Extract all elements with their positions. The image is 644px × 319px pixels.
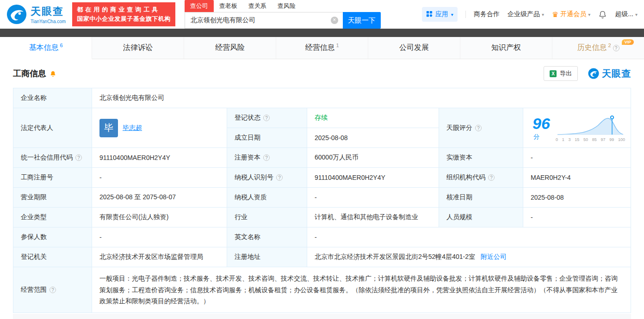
company-name-value: 北京领创光电有限公司: [92, 88, 631, 108]
taxpayer-quality-value: -: [307, 188, 439, 208]
score-cell: 96分 01 315: [523, 108, 631, 148]
menu-open-vip[interactable]: 开通会员: [552, 10, 590, 19]
help-icon[interactable]: [488, 174, 495, 181]
reg-authority-value: 北京经济技术开发区市场监督管理局: [92, 247, 227, 267]
table-row: 企业类型 有限责任公司(法人独资) 行业 计算机、通信和其他电子设备制造业 人员…: [13, 208, 631, 227]
notification-bell[interactable]: [598, 10, 607, 19]
score-value: 96分: [533, 115, 556, 141]
field-label: 注册地址: [227, 247, 307, 267]
tab-operation-info[interactable]: 经营信息 1: [276, 37, 368, 59]
apps-menu[interactable]: 应用: [422, 7, 458, 22]
search-tab-boss[interactable]: 查老板: [214, 0, 243, 12]
search-tab-risk[interactable]: 查风险: [272, 0, 301, 12]
help-icon[interactable]: [613, 45, 619, 51]
top-menu: 应用 商务合作 企业级产品 开通会员 超级...: [422, 7, 638, 22]
menu-enterprise-products[interactable]: 企业级产品: [508, 10, 544, 18]
table-row: 登记机关 北京经济技术开发区市场监督管理局 注册地址 北京市北京经济技术开发区景…: [13, 247, 631, 267]
bell-icon: [598, 10, 607, 19]
chevron-down-icon: [451, 12, 453, 17]
slogan-line2: 国家中小企业发展子基金旗下机构: [77, 14, 171, 24]
field-label: 统一社会信用代码: [13, 148, 92, 168]
legal-rep-link[interactable]: 毕志超: [123, 124, 142, 132]
score-chart: 01 315 5085 9799 100: [556, 114, 625, 142]
table-row: 经营范围 一般项目：光电子器件制造；技术服务、技术开发、技术咨询、技术交流、技术…: [13, 267, 631, 313]
tab-history-info[interactable]: VIP 历史信息 2: [552, 37, 644, 59]
tab-company-development[interactable]: 公司发展: [368, 37, 460, 59]
help-icon[interactable]: [263, 115, 270, 121]
section-title: 工商信息: [13, 68, 46, 79]
tab-intellectual-property[interactable]: 知识产权: [460, 37, 552, 59]
watermark-brand: 天眼查: [588, 67, 631, 80]
tianyancha-logo[interactable]: 天眼查 TianYanCha.com: [6, 4, 66, 25]
help-icon[interactable]: [263, 154, 270, 161]
help-icon[interactable]: [276, 174, 283, 181]
field-label: 法定代表人: [13, 108, 92, 148]
page-banner-strip: [0, 29, 644, 37]
field-label: 行业: [227, 208, 307, 227]
field-label: 核准日期: [439, 188, 523, 208]
search-tabs: 查公司 查老板 查关系 查风险: [185, 0, 381, 12]
field-label: 登记状态: [227, 108, 307, 128]
field-label: 实缴资本: [439, 148, 523, 168]
tab-legal-litigation[interactable]: 法律诉讼: [92, 37, 184, 59]
field-label: 纳税人识别号: [227, 168, 307, 188]
search-tab-company[interactable]: 查公司: [185, 0, 214, 12]
table-row: 营业期限 2025-08-08 至 2075-08-07 纳税人资质 - 核准日…: [13, 188, 631, 208]
clear-input-icon[interactable]: [331, 17, 338, 24]
help-icon[interactable]: [75, 154, 82, 161]
reg-no-value: -: [92, 168, 227, 188]
paid-capital-value: -: [523, 148, 631, 168]
help-icon[interactable]: [50, 287, 56, 293]
export-button[interactable]: 导出: [544, 66, 578, 81]
main-content: 工商信息 导出 天眼查: [0, 59, 644, 319]
excel-icon: [550, 70, 557, 77]
tab-basic-info[interactable]: 基本信息 6: [0, 37, 92, 59]
table-row: 参保人数 - 英文名称 -: [13, 227, 631, 247]
search-button[interactable]: 天眼一下: [343, 12, 381, 29]
field-label: 登记机关: [13, 247, 92, 267]
field-label: 成立日期: [227, 128, 307, 148]
crown-icon: [552, 10, 558, 19]
org-code-value: MAER0H2Y-4: [523, 168, 631, 188]
help-icon[interactable]: [475, 125, 482, 131]
brand-name: 天眼查: [602, 67, 631, 80]
avatar[interactable]: 毕: [99, 119, 118, 137]
chevron-down-icon: [542, 12, 544, 17]
field-label: 组织机构代码: [439, 168, 523, 188]
tianyancha-brand-icon: [588, 68, 599, 79]
reg-capital-value: 60000万人民币: [307, 148, 439, 168]
tianyancha-logo-icon: [6, 4, 27, 25]
field-label: 英文名称: [227, 227, 307, 247]
score-curve-icon: [556, 114, 625, 135]
menu-super-vip[interactable]: 超级...: [615, 10, 638, 18]
business-term-value: 2025-08-08 至 2075-08-07: [92, 188, 227, 208]
score-axis-ticks: 01 315 5085 9799 100: [556, 137, 625, 142]
legal-rep-cell: 毕 毕志超: [92, 108, 227, 148]
subscribe-bell-icon[interactable]: [50, 70, 56, 77]
tab-count: 2: [608, 43, 611, 48]
nearby-companies-link[interactable]: 附近公司: [481, 253, 507, 260]
taxpayer-no-value: 91110400MAER0H2Y4Y: [307, 168, 439, 188]
apps-label: 应用: [435, 10, 448, 18]
menu-cooperation[interactable]: 商务合作: [474, 10, 500, 18]
approved-date-value: 2025-08-08: [523, 188, 631, 208]
divider: [465, 11, 466, 18]
slogan-line1: 都在用的商业查询工具: [77, 5, 171, 14]
reg-status-value: 存续: [307, 108, 439, 128]
table-row: 工商注册号 - 纳税人识别号 91110400MAER0H2Y4Y 组织机构代码…: [13, 168, 631, 188]
table-row: 企业名称 北京领创光电有限公司: [13, 88, 631, 108]
establish-date-value: 2025-08-08: [307, 128, 439, 148]
staff-size-value: -: [523, 208, 631, 227]
search-input[interactable]: [185, 12, 343, 29]
reg-address-cell: 北京市北京经济技术开发区景园北街2号52幢4层401-2室 附近公司: [307, 247, 631, 267]
search-tab-relation[interactable]: 查关系: [243, 0, 272, 12]
apps-grid-icon: [426, 11, 433, 18]
section-header: 工商信息 导出 天眼查: [13, 59, 631, 88]
table-row: 统一社会信用代码 91110400MAER0H2Y4Y 注册资本 60000万人…: [13, 148, 631, 168]
field-label: 企业类型: [13, 208, 92, 227]
tab-count: 6: [60, 43, 62, 48]
tab-operation-risk[interactable]: 经营风险: [184, 37, 276, 59]
field-label: 营业期限: [13, 188, 92, 208]
field-label: 经营范围: [13, 267, 92, 313]
chevron-down-icon: [635, 12, 638, 17]
